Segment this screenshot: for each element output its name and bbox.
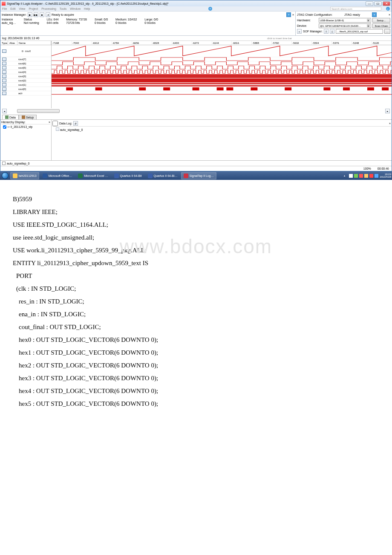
menu-view[interactable]: View bbox=[19, 7, 25, 10]
device-dropdown[interactable]: @1: EP3C120/EP4CE115 (0x020…▾ bbox=[319, 23, 371, 28]
ruler-tick: -6272 bbox=[192, 41, 212, 45]
taskbar-item-quartus1[interactable]: Quartus II 64-Bit bbox=[112, 172, 144, 179]
start-button[interactable] bbox=[1, 171, 9, 180]
menu-project[interactable]: Project bbox=[29, 7, 38, 10]
tray-shield-icon[interactable] bbox=[375, 174, 378, 178]
signal-row[interactable]: cout[7] bbox=[0, 57, 51, 61]
log-label: log: 2013/04/28 18:01:13 #0 bbox=[2, 37, 53, 40]
signal-row[interactable]: cout[6] bbox=[0, 61, 51, 66]
tray-flag-icon[interactable] bbox=[349, 174, 353, 178]
menu-window[interactable]: Window bbox=[70, 7, 81, 10]
top-section: Instance Manager: ▶ ▶▶ ■ ⇥ Ready to acqu… bbox=[0, 12, 392, 36]
menu-help[interactable]: Help bbox=[84, 7, 90, 10]
data-tab-icon bbox=[5, 116, 9, 119]
run-all-icon[interactable]: ▶▶ bbox=[34, 12, 38, 17]
tray-volume-icon[interactable] bbox=[364, 174, 368, 178]
hardware-dropdown[interactable]: USB-Blaster [USB-0]▾ bbox=[319, 18, 371, 23]
sof-browse-button[interactable]: … bbox=[384, 29, 390, 34]
hierarchy-item[interactable]: ⇨ li_20112913_stp bbox=[1, 125, 50, 129]
datalog-toggle-icon[interactable]: ⇵ bbox=[73, 121, 78, 126]
tray-battery-icon[interactable] bbox=[354, 174, 358, 178]
signal-row[interactable]: cout[1] bbox=[0, 83, 51, 87]
program-icon[interactable]: » bbox=[297, 29, 302, 34]
taskbar-item-signaltap[interactable]: SignalTap II Log… bbox=[181, 172, 216, 179]
data-log-panel: Data Log:⇵× auto_signaltap_0 bbox=[52, 120, 392, 160]
signal-row[interactable]: cout[4] bbox=[0, 70, 51, 74]
taskbar-item-folder[interactable]: lwh20112913 bbox=[10, 172, 39, 179]
taskbar-item-word[interactable]: Microsoft Office… bbox=[40, 172, 75, 179]
ruler-tick: -5248 bbox=[352, 41, 372, 45]
taskbar-item-excel[interactable]: Microsoft Excel … bbox=[75, 172, 110, 179]
tray-up-icon[interactable]: ▴ bbox=[344, 174, 348, 178]
tab-data[interactable]: Data bbox=[2, 115, 19, 119]
browse-icon[interactable]: ▯ bbox=[330, 29, 334, 34]
signal-row[interactable]: cout[3] bbox=[0, 74, 51, 78]
menu-tools[interactable]: Tools bbox=[60, 7, 66, 10]
tray-ime-icon[interactable] bbox=[369, 174, 373, 178]
signal-row[interactable]: aclr bbox=[0, 91, 51, 95]
status-bar: 100% 00:00:46 bbox=[0, 166, 392, 171]
run-icon[interactable]: ▶ bbox=[28, 12, 32, 17]
panel-close-icon[interactable]: × bbox=[292, 13, 294, 16]
jtag-help-icon[interactable]: ? bbox=[372, 12, 377, 17]
code-line: hex3 : OUT STD_LOGIC_VECTOR(6 DOWNTO 0); bbox=[13, 372, 379, 384]
maximize-button[interactable]: ▭ bbox=[374, 1, 382, 6]
taskbar-clock[interactable]: 18:03 2013/4/28 bbox=[380, 173, 391, 178]
search-box[interactable]: Search altera.com bbox=[330, 7, 381, 11]
code-line: ENTITY li_20112913_cipher_updown_5959_te… bbox=[13, 257, 379, 269]
svg-rect-4 bbox=[66, 87, 73, 90]
stop-icon[interactable]: ■ bbox=[40, 12, 44, 17]
setup-button[interactable]: Setup… bbox=[372, 18, 390, 23]
scroll-thumb[interactable] bbox=[17, 109, 60, 113]
signal-group-cout[interactable]: ⊟ cout bbox=[0, 45, 51, 57]
bottom-instance-tab[interactable]: auto_signaltap_0 bbox=[0, 160, 392, 166]
scroll-right-icon[interactable]: ▸ bbox=[385, 109, 390, 113]
search-go-icon[interactable]: ⌕ bbox=[386, 7, 390, 11]
menu-bar: File Edit View Project Processing Tools … bbox=[0, 6, 392, 12]
menu-file[interactable]: File bbox=[2, 7, 7, 10]
attach-icon[interactable]: ⇩ bbox=[324, 29, 329, 34]
hierarchy-item-label: li_20112913_stp bbox=[11, 125, 32, 128]
jtag-panel-close-icon[interactable]: × bbox=[389, 13, 390, 16]
waveform-area[interactable]: -7168 -7040 -6912 -6784 -6656 -6528 -640… bbox=[52, 41, 392, 108]
tray-network-icon[interactable] bbox=[359, 174, 363, 178]
code-line: use ieee.std_logic_unsigned.all; bbox=[13, 231, 379, 244]
wave-aclr-row bbox=[52, 91, 392, 95]
col-small: Small: 0/0 bbox=[95, 18, 108, 21]
menu-edit[interactable]: Edit bbox=[10, 7, 15, 10]
wave-tabs: Data Setup bbox=[0, 113, 392, 120]
close-button[interactable]: ✕ bbox=[383, 1, 390, 6]
code-line: hex1 : OUT STD_LOGIC_VECTOR(6 DOWNTO 0); bbox=[13, 346, 379, 359]
panel-close-icon[interactable]: × bbox=[389, 122, 391, 125]
panel-close-icon[interactable]: × bbox=[49, 121, 50, 124]
code-line: (clk : IN STD_LOGIC; bbox=[13, 282, 379, 295]
tab-setup[interactable]: Setup bbox=[19, 115, 37, 119]
taskbar-item-quartus2[interactable]: Quartus II 64-Bi… bbox=[145, 172, 180, 179]
menu-processing[interactable]: Processing bbox=[41, 7, 56, 10]
datalog-checkbox[interactable] bbox=[52, 121, 58, 126]
minimize-button[interactable]: — bbox=[366, 1, 373, 6]
signal-row[interactable]: cout[5] bbox=[0, 66, 51, 70]
datalog-item[interactable]: auto_signaltap_0 bbox=[52, 127, 391, 131]
scroll-left-icon[interactable]: ◂ bbox=[2, 109, 7, 113]
help-icon[interactable]: ? bbox=[208, 7, 212, 11]
code-line: ena_in : IN STD_LOGIC; bbox=[13, 308, 379, 321]
sof-field[interactable]: …files/li_20112913_stp.sof bbox=[336, 29, 383, 34]
signaltap-icon bbox=[184, 173, 188, 178]
signal-row[interactable]: cout[2] bbox=[0, 78, 51, 83]
help-small-icon[interactable]: ? bbox=[286, 12, 291, 17]
scan-chain-button[interactable]: Scan Chain bbox=[372, 23, 390, 28]
svg-rect-13 bbox=[323, 87, 330, 90]
title-bar: SignalTap II Logic Analyzer - C:/lwh2011… bbox=[0, 0, 392, 6]
code-line: hex0 : OUT STD_LOGIC_VECTOR(6 DOWNTO 0); bbox=[13, 333, 379, 346]
hierarchy-checkbox[interactable] bbox=[3, 125, 6, 129]
wave-scrollbar[interactable]: ◂ ▸ bbox=[0, 108, 392, 113]
system-tray[interactable]: ▴ 18:03 2013/4/28 bbox=[344, 173, 391, 178]
read-icon[interactable]: ⇥ bbox=[46, 12, 50, 17]
svg-rect-11 bbox=[251, 87, 257, 90]
signal-row[interactable]: cout[0] bbox=[0, 87, 51, 91]
taskbar-label: Quartus II 64-Bi… bbox=[154, 174, 178, 177]
ruler-tick: -6400 bbox=[172, 41, 192, 45]
signal-name: aclr bbox=[17, 92, 51, 95]
windows-taskbar: lwh20112913 Microsoft Office… Microsoft … bbox=[0, 171, 392, 180]
